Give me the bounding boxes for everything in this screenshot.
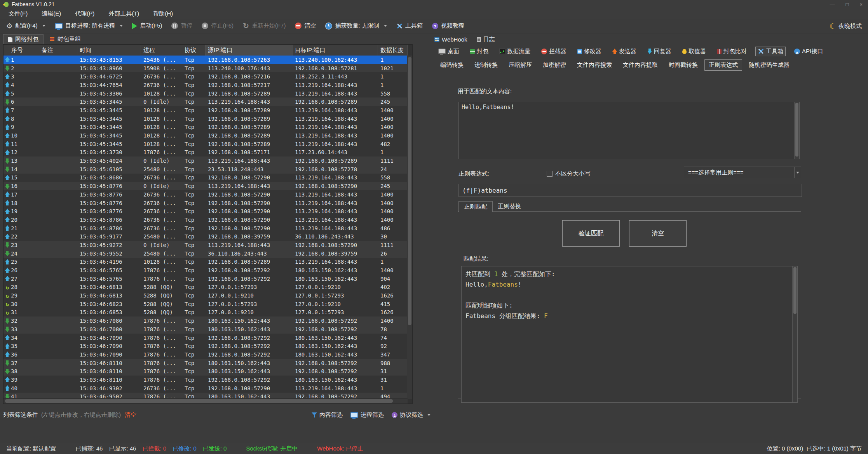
table-row[interactable]: 3615:03:46:709017876 (...Tcp192.168.0.10… — [3, 350, 408, 359]
subtab-compress[interactable]: 压缩解压 — [504, 59, 536, 71]
table-row[interactable]: 2215:03:45:917725480 (...Tcp192.168.0.10… — [3, 232, 408, 241]
protocol-filter-button[interactable]: 协议筛选 — [392, 411, 431, 419]
content-filter-button[interactable]: 内容筛选 — [312, 411, 343, 419]
table-row[interactable]: 3415:03:46:709017876 (...Tcp192.168.0.10… — [3, 334, 408, 342]
table-row[interactable]: 2615:03:46:576517876 (...Tcp192.168.0.10… — [3, 266, 408, 275]
feature-interceptor-button[interactable]: 拦截器 — [539, 47, 569, 56]
feature-modifier-button[interactable]: 修改器 — [575, 47, 604, 56]
feature-api-button[interactable]: API接口 — [792, 47, 825, 56]
table-row[interactable]: 3715:03:46:811017876 (...Tcp180.163.150.… — [3, 359, 408, 367]
table-vertical-scrollbar[interactable] — [407, 56, 412, 399]
minimize-button[interactable]: — — [830, 2, 835, 7]
table-row[interactable]: 3915:03:46:811017876 (...Tcp192.168.0.10… — [3, 376, 408, 384]
table-row[interactable]: 2315:03:45:92720 (Idle)Tcp113.219.164.18… — [3, 241, 408, 249]
table-row[interactable]: 2015:03:45:878626736 (...Tcp192.168.0.10… — [3, 216, 408, 224]
table-row[interactable]: 1015:03:45:344510128 (...Tcp192.168.0.10… — [3, 131, 408, 140]
column-header-3[interactable]: 进程 — [141, 45, 182, 56]
hscroll-thumb[interactable] — [5, 399, 393, 403]
vscroll-thumb[interactable] — [408, 57, 411, 325]
feature-value-getter-button[interactable]: 取值器 — [680, 47, 708, 56]
subtab-random-password[interactable]: 随机密码生成器 — [744, 59, 794, 71]
tab-webhook[interactable]: WebHook — [434, 36, 467, 43]
table-row[interactable]: 215:03:43:896015908 (...Tcp113.240.100.1… — [3, 64, 408, 73]
close-button[interactable]: × — [859, 2, 863, 7]
table-row[interactable]: 1415:03:45:610525480 (...Tcp23.53.118.24… — [3, 165, 408, 174]
table-row[interactable]: 2415:03:45:955225480 (...Tcp36.110.186.2… — [3, 249, 408, 258]
table-row[interactable]: 1915:03:45:877626736 (...Tcp192.168.0.10… — [3, 207, 408, 216]
feature-data-traffic-button[interactable]: 数据流量 — [497, 47, 533, 56]
tab-regex-match[interactable]: 正则匹配 — [458, 201, 493, 212]
table-row[interactable]: 2115:03:45:878626736 (...Tcp192.168.0.10… — [3, 224, 408, 233]
column-header-7[interactable]: 数据长度 — [378, 45, 408, 56]
textarea-scrollbar[interactable] — [794, 102, 799, 159]
subtab-base-convert[interactable]: 进制转换 — [470, 59, 502, 71]
menu-file[interactable]: 文件(F) — [9, 10, 28, 17]
toolbar-config-button[interactable]: 配置(F4) — [6, 22, 45, 30]
table-row[interactable]: 3315:03:46:708017876 (...Tcp180.163.150.… — [3, 325, 408, 334]
process-filter-button[interactable]: 进程筛选 — [350, 411, 384, 419]
table-row[interactable]: 2915:03:46:68135288 (QQ)Tcp127.0.0.1:921… — [3, 291, 408, 300]
table-row[interactable]: 3815:03:46:811017876 (...Tcp180.163.150.… — [3, 367, 408, 376]
column-header-2[interactable]: 时间 — [77, 45, 141, 56]
table-row[interactable]: 1615:03:45:87760 (Idle)Tcp113.219.164.18… — [3, 182, 408, 190]
ignore-case-checkbox[interactable] — [547, 171, 553, 177]
table-row[interactable]: 3115:03:46:68535288 (QQ)Tcp127.0.0.1:921… — [3, 308, 408, 317]
column-header-5[interactable]: 源IP:端口 — [206, 45, 293, 56]
menu-proxy[interactable]: 代理(P) — [75, 10, 94, 17]
toolbar-capture-count-button[interactable]: 捕获数量: 无限制 — [325, 22, 387, 30]
table-row[interactable]: 2715:03:46:576517876 (...Tcp192.168.0.10… — [3, 275, 408, 283]
table-row[interactable]: 715:03:45:344510128 (...Tcp192.168.0.108… — [3, 106, 408, 115]
table-row[interactable]: 1715:03:45:877626736 (...Tcp192.168.0.10… — [3, 190, 408, 199]
table-row[interactable]: 1515:03:45:868626736 (...Tcp192.168.0.10… — [3, 174, 408, 182]
result-scrollbar[interactable] — [792, 266, 797, 402]
toolbar-target-process-button[interactable]: 目标进程: 所有进程 — [55, 22, 123, 30]
subtab-timestamp[interactable]: 时间戳转换 — [664, 59, 702, 71]
toolbar-start-button[interactable]: 启动(F5) — [132, 22, 162, 30]
menu-help[interactable]: 帮助(H) — [153, 10, 173, 17]
subtab-crypt[interactable]: 加密解密 — [539, 59, 570, 71]
menu-external-tools[interactable]: 外部工具(T) — [108, 10, 139, 17]
feature-packet-compare-button[interactable]: 封包比对 — [715, 47, 749, 56]
match-text-input[interactable]: Hello,Fatbeans! — [458, 102, 800, 159]
regex-pattern-input[interactable]: (f|F)atbeans — [458, 184, 802, 197]
toolbar-video-tutorial-button[interactable]: 视频教程 — [432, 22, 464, 30]
tab-log[interactable]: 日志 — [477, 36, 495, 43]
feature-sender-button[interactable]: 发送器 — [610, 47, 639, 56]
table-row[interactable]: 1115:03:45:344510128 (...Tcp192.168.0.10… — [3, 140, 408, 148]
table-row[interactable]: 1815:03:45:877626736 (...Tcp192.168.0.10… — [3, 199, 408, 207]
column-header-0[interactable]: 序号 — [3, 45, 39, 56]
subtab-file-extract[interactable]: 文件内容提取 — [619, 59, 662, 71]
table-row[interactable]: 415:03:44:765426736 (...Tcp192.168.0.108… — [3, 81, 408, 89]
table-row[interactable]: 3015:03:46:68235288 (QQ)Tcp127.0.0.1:572… — [3, 300, 408, 308]
validate-match-button[interactable]: 验证匹配 — [562, 220, 620, 247]
feature-replier-button[interactable]: 回复器 — [645, 47, 674, 56]
textarea-scroll-thumb[interactable] — [795, 103, 798, 157]
table-row[interactable]: 3515:03:46:709017876 (...Tcp192.168.0.10… — [3, 342, 408, 350]
result-scroll-thumb[interactable] — [793, 267, 797, 314]
toolbar-toolbox-button[interactable]: 工具箱 — [396, 22, 423, 30]
table-row[interactable]: 615:03:45:34450 (Idle)Tcp113.219.164.188… — [3, 97, 408, 106]
night-mode-toggle[interactable]: 夜晚模式 — [830, 19, 862, 33]
feature-desktop-button[interactable]: 桌面 — [436, 47, 462, 56]
filter-clear-link[interactable]: 清空 — [125, 411, 136, 419]
feature-toolbox2-button[interactable]: 工具箱 — [755, 47, 786, 56]
preset-regex-select[interactable]: ===选择常用正则=== — [684, 167, 801, 178]
table-row[interactable]: 2815:03:46:68135288 (QQ)Tcp127.0.0.1:572… — [3, 283, 408, 292]
tab-network-packets[interactable]: 网络封包 — [3, 34, 44, 44]
subtab-file-search[interactable]: 文件内容搜索 — [573, 59, 616, 71]
toolbar-clear-button[interactable]: 清空 — [295, 22, 316, 30]
table-row[interactable]: 115:03:43:815325436 (...Tcp192.168.0.108… — [3, 56, 408, 64]
tab-regex-replace[interactable]: 正则替换 — [493, 201, 526, 212]
column-header-6[interactable]: 目标IP:端口 — [293, 45, 378, 56]
subtab-encode-convert[interactable]: 编码转换 — [436, 59, 468, 71]
table-row[interactable]: 915:03:45:344510128 (...Tcp192.168.0.108… — [3, 123, 408, 132]
table-row[interactable]: 4015:03:46:930226736 (...Tcp192.168.0.10… — [3, 384, 408, 393]
table-row[interactable]: 1215:03:45:373017876 (...Tcp192.168.0.10… — [3, 148, 408, 157]
menu-edit[interactable]: 编辑(E) — [42, 10, 61, 17]
column-header-4[interactable]: 协议 — [182, 45, 206, 56]
table-row[interactable]: 315:03:44:672526736 (...Tcp192.168.0.108… — [3, 72, 408, 81]
subtab-regex[interactable]: 正则表达式 — [704, 59, 742, 71]
table-row[interactable]: 1315:03:45:40240 (Idle)Tcp113.219.164.18… — [3, 157, 408, 165]
clear-result-button[interactable]: 清空 — [629, 220, 687, 247]
table-horizontal-scrollbar[interactable] — [3, 398, 408, 404]
